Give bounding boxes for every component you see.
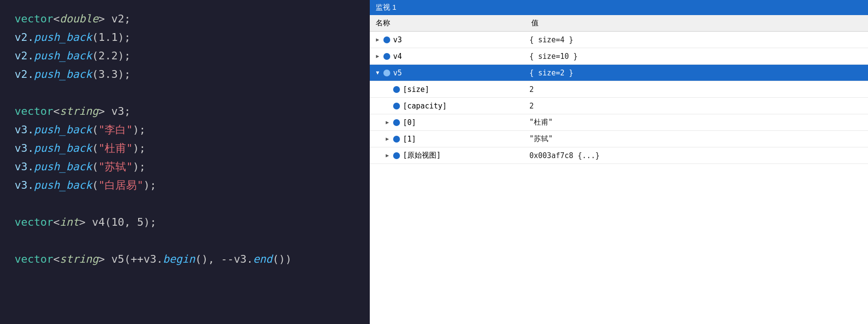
- code-token: (: [92, 124, 98, 136]
- code-line: vector<string> v3;: [15, 102, 355, 121]
- code-token: v2.: [15, 50, 34, 62]
- code-token: v3.: [15, 142, 34, 154]
- code-line: v3.push_back("李白");: [15, 121, 355, 139]
- code-token: (3.3);: [92, 68, 130, 80]
- code-token: (: [92, 161, 98, 173]
- code-token: int: [60, 216, 79, 228]
- watch-row[interactable]: [capacity]2: [370, 98, 868, 114]
- watch-row-name: ▶[原始视图]: [370, 149, 525, 162]
- code-line: v2.push_back(2.2);: [15, 47, 355, 65]
- code-editor: vector<double> v2;v2.push_back(1.1);v2.p…: [0, 0, 370, 324]
- code-token: v2.: [15, 68, 34, 80]
- code-token: push_back: [34, 50, 92, 62]
- code-token: push_back: [34, 142, 92, 154]
- code-token: );: [133, 124, 146, 136]
- code-token: > v4(10, 5);: [79, 216, 156, 228]
- variable-name: v3: [393, 36, 402, 44]
- variable-dot-icon: [383, 53, 390, 60]
- expand-icon[interactable]: ▶: [383, 152, 391, 160]
- variable-value: 2: [525, 100, 868, 112]
- watch-row-name: ▶[0]: [370, 116, 525, 129]
- variable-value: { size=4 }: [525, 34, 868, 46]
- variable-value: 0x003af7c8 {...}: [525, 149, 868, 162]
- watch-row-name: ▶v3: [370, 34, 525, 46]
- watch-row[interactable]: ▶v3{ size=4 }: [370, 32, 868, 48]
- watch-row[interactable]: [size]2: [370, 81, 868, 98]
- code-line: vector<int> v4(10, 5);: [15, 213, 355, 232]
- watch-title: 监视 1: [370, 0, 868, 15]
- watch-body: ▶v3{ size=4 }▶v4{ size=10 }▼v5{ size=2 }…: [370, 32, 868, 324]
- watch-row[interactable]: ▶v4{ size=10 }: [370, 48, 868, 65]
- collapse-icon[interactable]: ▼: [374, 69, 381, 77]
- code-token: <: [53, 253, 59, 265]
- code-token: push_back: [34, 124, 92, 136]
- watch-header: 名称 值: [370, 15, 868, 32]
- code-token: v2.: [15, 31, 34, 43]
- watch-row[interactable]: ▶[1]"苏轼": [370, 131, 868, 147]
- code-token: <: [53, 105, 59, 117]
- code-token: "杜甫": [98, 142, 133, 154]
- code-token: (), --v3.: [195, 253, 253, 265]
- expand-icon[interactable]: ▶: [374, 53, 381, 60]
- code-token: vector: [15, 253, 53, 265]
- expand-icon[interactable]: ▶: [374, 36, 381, 44]
- variable-value: { size=10 }: [525, 50, 868, 63]
- variable-name: [1]: [403, 135, 416, 144]
- code-token: (2.2);: [92, 50, 130, 62]
- watch-row-name: ▼v5: [370, 67, 525, 79]
- variable-value: 2: [525, 83, 868, 96]
- code-token: "苏轼": [98, 161, 133, 173]
- code-token: "李白": [98, 124, 133, 136]
- variable-name: [size]: [403, 85, 429, 94]
- code-line: v2.push_back(3.3);: [15, 65, 355, 84]
- watch-row[interactable]: ▶[0]"杜甫": [370, 114, 868, 131]
- variable-value: { size=2 }: [525, 67, 868, 79]
- variable-name: [原始视图]: [403, 151, 441, 160]
- code-token: vector: [15, 105, 53, 117]
- code-token: string: [60, 253, 98, 265]
- code-token: > v5(++v3.: [98, 253, 163, 265]
- variable-name: v4: [393, 52, 402, 61]
- no-expand-icon: [383, 102, 391, 110]
- code-token: (: [92, 179, 98, 191]
- code-token: v3.: [15, 161, 34, 173]
- code-token: begin: [163, 253, 195, 265]
- code-line: v2.push_back(1.1);: [15, 28, 355, 47]
- code-line: v3.push_back("杜甫");: [15, 139, 355, 158]
- code-token: > v3;: [98, 105, 130, 117]
- variable-name: [0]: [403, 118, 416, 127]
- expand-icon[interactable]: ▶: [383, 119, 391, 126]
- code-token: );: [144, 179, 157, 191]
- code-line: v3.push_back("苏轼");: [15, 158, 355, 176]
- code-token: push_back: [34, 31, 92, 43]
- watch-row[interactable]: ▶[原始视图]0x003af7c8 {...}: [370, 147, 868, 164]
- watch-row[interactable]: ▼v5{ size=2 }: [370, 65, 868, 81]
- code-token: );: [133, 142, 146, 154]
- watch-row-name: ▶[1]: [370, 133, 525, 145]
- variable-value: "杜甫": [525, 116, 868, 129]
- expand-icon[interactable]: ▶: [383, 135, 391, 143]
- code-token: (: [92, 142, 98, 154]
- code-line: vector<string> v5(++v3.begin(), --v3.end…: [15, 250, 355, 269]
- code-line-empty: [15, 195, 355, 213]
- variable-dot-icon: [393, 86, 400, 93]
- code-token: v3.: [15, 124, 34, 136]
- code-token: v3.: [15, 179, 34, 191]
- variable-dot-icon: [393, 152, 400, 159]
- watch-row-name: ▶v4: [370, 50, 525, 63]
- code-token: double: [60, 13, 98, 25]
- variable-value: "苏轼": [525, 132, 868, 145]
- variable-dot-icon: [383, 36, 390, 43]
- code-line-empty: [15, 84, 355, 102]
- no-expand-icon: [383, 86, 391, 93]
- watch-panel: 监视 1 名称 值 ▶v3{ size=4 }▶v4{ size=10 }▼v5…: [370, 0, 868, 324]
- watch-col-name-header: 名称: [370, 17, 525, 29]
- code-token: vector: [15, 13, 53, 25]
- variable-name: v5: [393, 69, 402, 77]
- code-token: (1.1);: [92, 31, 130, 43]
- code-token: <: [53, 216, 59, 228]
- code-token: push_back: [34, 161, 92, 173]
- variable-dot-icon: [383, 70, 390, 76]
- code-token: end: [253, 253, 272, 265]
- code-line: v3.push_back("白居易");: [15, 176, 355, 195]
